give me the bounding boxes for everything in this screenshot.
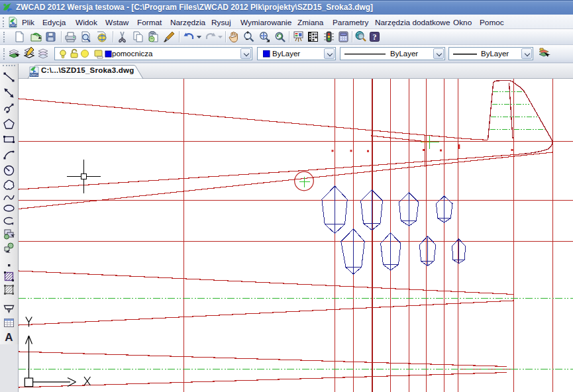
svg-text:?: ? bbox=[372, 32, 376, 42]
svg-text:DWG: DWG bbox=[30, 73, 38, 77]
svg-text:A: A bbox=[5, 330, 13, 343]
svg-text:DWG: DWG bbox=[9, 24, 17, 27]
